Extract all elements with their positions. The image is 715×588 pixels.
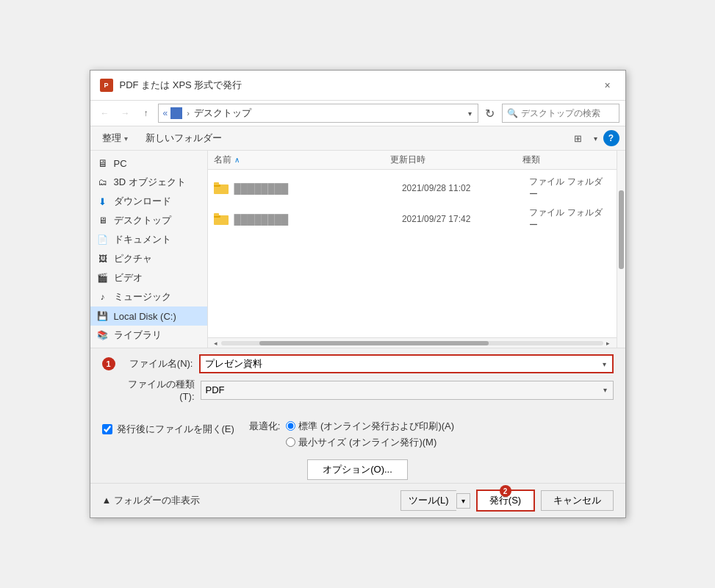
table-row[interactable]: ████████ 2021/09/28 11:02 ファイル フォルダー xyxy=(208,173,617,204)
organize-button[interactable]: 整理 ▾ xyxy=(96,129,134,147)
sort-arrow: ∧ xyxy=(234,156,240,164)
standard-radio[interactable] xyxy=(286,421,295,431)
sidebar-item-documents[interactable]: 📄 ドキュメント xyxy=(90,230,207,249)
options-btn-area: オプション(O)... xyxy=(90,459,625,480)
tools-group: ツール(L) ▾ xyxy=(400,490,470,511)
sidebar-item-label: ピクチャ xyxy=(114,252,152,265)
sidebar-item-label: ドキュメント xyxy=(114,233,171,246)
dialog: P PDF または XPS 形式で発行 × ← → ↑ « › デスクトップ ▾… xyxy=(90,70,626,518)
filename-input[interactable]: プレゼン資料 ▾ xyxy=(199,354,614,373)
tools-button[interactable]: ツール(L) xyxy=(400,490,456,511)
back-button[interactable]: ← xyxy=(96,104,114,122)
forward-button[interactable]: → xyxy=(117,104,134,122)
filetype-label: ファイルの種類(T): xyxy=(121,378,195,402)
library-icon: 📚 xyxy=(96,329,109,342)
up-button[interactable]: ↑ xyxy=(137,104,155,122)
sidebar-item-videos[interactable]: 🎬 ビデオ xyxy=(90,268,207,287)
folder-icon xyxy=(214,212,229,226)
filetype-value: PDF xyxy=(206,384,225,395)
filename-label: ファイル名(N): xyxy=(120,357,193,370)
address-separator: › xyxy=(187,109,190,118)
help-button[interactable]: ? xyxy=(603,130,619,146)
sidebar-item-label: デスクトップ xyxy=(114,214,171,227)
minimum-label: 最小サイズ (オンライン発行)(M) xyxy=(298,436,436,449)
horizontal-scrollbar[interactable]: ◂ ▸ xyxy=(208,337,617,348)
sidebar-item-3d[interactable]: 🗂 3D オブジェクト xyxy=(90,173,207,192)
svg-rect-2 xyxy=(214,182,219,185)
videos-icon: 🎬 xyxy=(96,271,109,284)
col-name-header[interactable]: 名前 ∧ xyxy=(214,154,390,166)
documents-icon: 📄 xyxy=(96,233,109,246)
app-icon: P xyxy=(99,78,114,93)
sidebar-item-pc[interactable]: 🖥 PC xyxy=(90,154,207,173)
bottom-fields: 1 ファイル名(N): プレゼン資料 ▾ ファイルの種類(T): PDF ▾ xyxy=(90,348,625,412)
sidebar-item-label: ミュージック xyxy=(114,290,171,304)
tools-dropdown-button[interactable]: ▾ xyxy=(456,493,470,509)
scroll-track[interactable] xyxy=(221,341,603,345)
3d-icon: 🗂 xyxy=(96,176,109,189)
address-icon xyxy=(170,107,182,119)
open-after-checkbox[interactable] xyxy=(102,424,112,434)
vertical-scrollbar[interactable] xyxy=(617,151,625,348)
sidebar-item-localdisk[interactable]: 💾 Local Disk (C:) xyxy=(90,306,207,326)
file-list-area: 名前 ∧ 更新日時 種類 ████████ 2021/09 xyxy=(208,151,617,348)
standard-radio-label[interactable]: 標準 (オンライン発行および印刷)(A) xyxy=(286,420,454,433)
search-bar[interactable]: 🔍 xyxy=(502,104,619,123)
address-prefix: « xyxy=(163,108,168,118)
pc-icon: 🖥 xyxy=(96,157,109,170)
cancel-button[interactable]: キャンセル xyxy=(541,490,614,511)
content-area: 🖥 PC 🗂 3D オブジェクト ⬇ ダウンロード 🖥 デスクトップ 📄 ドキュ… xyxy=(90,151,625,348)
scroll-thumb[interactable] xyxy=(259,341,489,345)
folder-icon xyxy=(214,181,229,196)
new-folder-button[interactable]: 新しいフォルダー xyxy=(140,129,228,147)
filetype-dropdown-arrow[interactable]: ▾ xyxy=(602,386,608,394)
file-item-date: 2021/09/27 17:42 xyxy=(402,214,523,224)
sidebar-item-pictures[interactable]: 🖼 ピクチャ xyxy=(90,249,207,268)
new-folder-label: 新しいフォルダー xyxy=(145,132,222,145)
sidebar-item-music[interactable]: ♪ ミュージック xyxy=(90,287,207,306)
sidebar-item-label: ダウンロード xyxy=(114,195,171,208)
desktop-icon: 🖥 xyxy=(96,214,109,227)
refresh-button[interactable]: ↻ xyxy=(481,104,499,122)
publish-button[interactable]: 2 発行(S) xyxy=(476,490,535,512)
scroll-left-button[interactable]: ◂ xyxy=(211,339,221,348)
filename-value: プレゼン資料 xyxy=(205,357,262,370)
filename-row: 1 ファイル名(N): プレゼン資料 ▾ xyxy=(102,354,614,373)
open-after-row: 発行後にファイルを開く(E) xyxy=(102,423,234,436)
sidebar-item-label: Local Disk (C:) xyxy=(114,311,176,322)
scroll-right-button[interactable]: ▸ xyxy=(603,339,614,348)
sidebar-item-library[interactable]: 📚 ライブラリ xyxy=(90,326,207,345)
sidebar-item-download[interactable]: ⬇ ダウンロード xyxy=(90,192,207,211)
sidebar: 🖥 PC 🗂 3D オブジェクト ⬇ ダウンロード 🖥 デスクトップ 📄 ドキュ… xyxy=(90,151,208,348)
search-icon: 🔍 xyxy=(507,108,518,118)
optimize-label: 最適化: xyxy=(249,420,281,433)
filetype-input[interactable]: PDF ▾ xyxy=(201,381,614,400)
radio-group: 標準 (オンライン発行および印刷)(A) 最小サイズ (オンライン発行)(M) xyxy=(286,420,454,449)
close-button[interactable]: × xyxy=(599,76,617,94)
nav-bar: ← → ↑ « › デスクトップ ▾ ↻ 🔍 xyxy=(90,101,625,126)
table-row[interactable]: ████████ 2021/09/27 17:42 ファイル フォルダー xyxy=(208,204,617,234)
view-toggle-button[interactable]: ⊞ xyxy=(569,129,588,147)
sidebar-item-label: ビデオ xyxy=(114,271,143,284)
standard-label: 標準 (オンライン発行および印刷)(A) xyxy=(298,420,454,433)
col-date-header[interactable]: 更新日時 xyxy=(390,154,522,166)
organize-arrow: ▾ xyxy=(124,135,128,143)
address-path: デスクトップ xyxy=(194,107,251,120)
search-input[interactable] xyxy=(521,108,614,118)
hide-folders-button[interactable]: ▲ フォルダーの非表示 xyxy=(102,494,200,507)
address-bar[interactable]: « › デスクトップ ▾ xyxy=(158,104,478,123)
file-item-name: ████████ xyxy=(234,214,396,225)
options-button[interactable]: オプション(O)... xyxy=(307,459,408,480)
file-item-type: ファイル フォルダー xyxy=(529,207,610,232)
minimum-radio-label[interactable]: 最小サイズ (オンライン発行)(M) xyxy=(286,436,454,449)
sidebar-item-desktop[interactable]: 🖥 デスクトップ xyxy=(90,211,207,230)
scroll-thumb[interactable] xyxy=(619,190,624,269)
address-dropdown-arrow[interactable]: ▾ xyxy=(467,110,473,118)
filename-dropdown-arrow[interactable]: ▾ xyxy=(601,360,608,368)
step1-badge: 1 xyxy=(102,357,115,370)
open-after-label[interactable]: 発行後にファイルを開く(E) xyxy=(117,423,234,436)
minimum-radio[interactable] xyxy=(286,437,295,447)
view-arrow[interactable]: ▾ xyxy=(594,135,597,143)
col-type-header[interactable]: 種類 xyxy=(522,154,611,166)
filetype-row: ファイルの種類(T): PDF ▾ xyxy=(102,378,614,402)
